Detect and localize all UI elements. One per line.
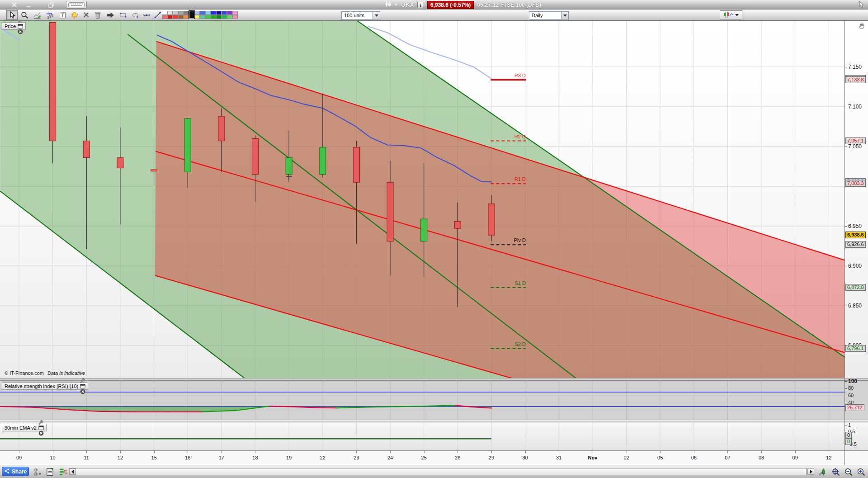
color-swatch[interactable]	[205, 11, 211, 15]
price-tick-label: 7,050	[848, 143, 862, 150]
date-tick	[120, 451, 121, 453]
color-swatch[interactable]	[200, 15, 205, 19]
minimize-window-icon[interactable]	[25, 1, 33, 8]
ema-chart-surface[interactable]	[0, 422, 844, 450]
zoom-tool[interactable]	[19, 10, 30, 20]
zoom-fit-icon[interactable]	[830, 467, 841, 477]
color-swatch[interactable]	[222, 11, 227, 15]
color-swatch[interactable]	[211, 11, 216, 15]
alarm-tool[interactable]	[69, 10, 80, 20]
color-swatch[interactable]	[178, 15, 184, 19]
h-scrollbar[interactable]	[69, 468, 807, 475]
segment-tool[interactable]	[141, 10, 152, 20]
indicator-settings-icon[interactable]	[38, 420, 44, 425]
price-tick-label: 7,150	[848, 64, 862, 70]
color-swatch[interactable]	[167, 11, 173, 15]
close-indicator-icon[interactable]	[38, 431, 44, 436]
chart-style-button[interactable]	[720, 10, 742, 19]
color-swatch[interactable]	[227, 11, 232, 15]
color-swatch[interactable]	[200, 11, 205, 15]
color-swatch[interactable]	[178, 11, 184, 15]
x-axis-label: 25	[414, 455, 434, 460]
rsi-chart-surface[interactable]	[0, 381, 844, 420]
arrow-tool[interactable]	[105, 10, 116, 20]
price-tick	[845, 266, 847, 266]
symbol-dropdown-icon[interactable]	[394, 4, 398, 6]
select-tool[interactable]	[6, 10, 18, 20]
price-chart-surface[interactable]	[0, 21, 844, 378]
color-swatch-selected[interactable]	[189, 10, 195, 19]
color-swatch[interactable]	[162, 15, 167, 19]
settings-tool[interactable]	[80, 10, 92, 20]
color-swatch[interactable]	[227, 15, 232, 19]
scroll-right-icon[interactable]	[807, 469, 814, 475]
detach-window-icon[interactable]	[18, 24, 23, 29]
color-swatch[interactable]	[173, 11, 178, 15]
ellipse-tool[interactable]	[130, 10, 141, 20]
x-axis-label: 08	[751, 455, 771, 460]
x-axis-label: 29	[481, 455, 501, 460]
timeframe-select[interactable]: Daily	[529, 11, 569, 19]
color-swatch[interactable]	[211, 15, 216, 19]
chart-style-dropdown-icon[interactable]	[735, 14, 739, 16]
x-axis-label: 12	[819, 455, 839, 460]
price-panel-title: Price	[5, 24, 16, 29]
price-tick-label: 6,900	[848, 263, 862, 269]
zoom-out-icon[interactable]	[843, 467, 854, 477]
price-axis[interactable]: 7,1507,1007,0506,9506,9006,8506,8007,135…	[844, 0, 868, 465]
mentions-icon[interactable]: @@	[32, 467, 42, 477]
drawing-toolbar: RaffT 100 units Daily	[0, 9, 868, 21]
color-swatch[interactable]	[205, 15, 211, 19]
units-select-arrow-icon[interactable]	[373, 12, 380, 19]
indicator-settings-icon[interactable]	[80, 378, 85, 383]
ema-tick-label: 1	[848, 422, 851, 428]
svg-text:Raff: Raff	[47, 11, 52, 14]
color-swatch[interactable]	[232, 11, 238, 15]
chart-settings-icon[interactable]	[816, 467, 827, 477]
info-icon[interactable]: i	[417, 2, 424, 8]
share-button[interactable]: Share	[2, 467, 29, 476]
close-window-icon[interactable]	[11, 1, 18, 8]
x-axis-label: 23	[346, 455, 366, 460]
color-swatch[interactable]	[167, 15, 173, 19]
color-swatch[interactable]	[216, 11, 222, 15]
x-axis-label: 24	[380, 455, 400, 460]
units-select[interactable]: 100 units	[341, 11, 380, 19]
color-swatch[interactable]	[194, 11, 200, 15]
title-bar: UKX i 6,938.6 (-0.57%) 06:27:12 FTSE 100…	[0, 0, 868, 9]
raff-channel-tool[interactable]: Raff	[44, 10, 56, 20]
color-swatch[interactable]	[232, 15, 238, 19]
pointer-icon[interactable]	[857, 1, 864, 8]
price-tick-label: 6,850	[848, 303, 862, 309]
date-tick	[222, 451, 222, 453]
close-indicator-icon[interactable]	[18, 29, 23, 34]
trading-app-window: { "titlebar": { "symbol": "UKX", "info_g…	[0, 0, 868, 478]
rsi-panel-title: Relative strength index (RSI) (10)	[5, 383, 78, 389]
close-indicator-icon[interactable]	[80, 389, 85, 394]
delete-tool[interactable]	[92, 10, 104, 20]
color-swatch[interactable]	[162, 11, 167, 15]
x-axis-label: 22	[313, 455, 333, 460]
restore-window-icon[interactable]	[48, 1, 55, 8]
indicator-edit-tool[interactable]	[32, 10, 43, 20]
detach-window-icon[interactable]	[38, 425, 44, 431]
keyboard-icon[interactable]	[66, 1, 87, 9]
date-tick	[356, 451, 357, 453]
timeframe-select-arrow-icon[interactable]	[561, 12, 568, 19]
pivot-label-pivd: Piv D	[491, 237, 526, 243]
date-tick	[424, 451, 425, 453]
scroll-left-icon[interactable]	[69, 469, 76, 475]
zoom-in-icon[interactable]	[855, 467, 866, 477]
notes-icon[interactable]	[44, 467, 55, 477]
x-axis-label: 09	[9, 455, 29, 460]
detach-window-icon[interactable]	[80, 383, 85, 389]
text-tool[interactable]: T	[57, 10, 68, 20]
x-axis-label: 26	[448, 455, 467, 460]
color-swatch[interactable]	[222, 15, 227, 19]
color-swatch[interactable]	[173, 15, 178, 19]
color-swatch[interactable]	[194, 15, 200, 19]
date-axis[interactable]: 0910111215161718192223242526293031Nov020…	[0, 450, 868, 465]
rectangle-tool[interactable]	[118, 10, 129, 20]
market-depth-icon[interactable]	[58, 467, 69, 477]
color-swatch[interactable]	[216, 15, 222, 19]
